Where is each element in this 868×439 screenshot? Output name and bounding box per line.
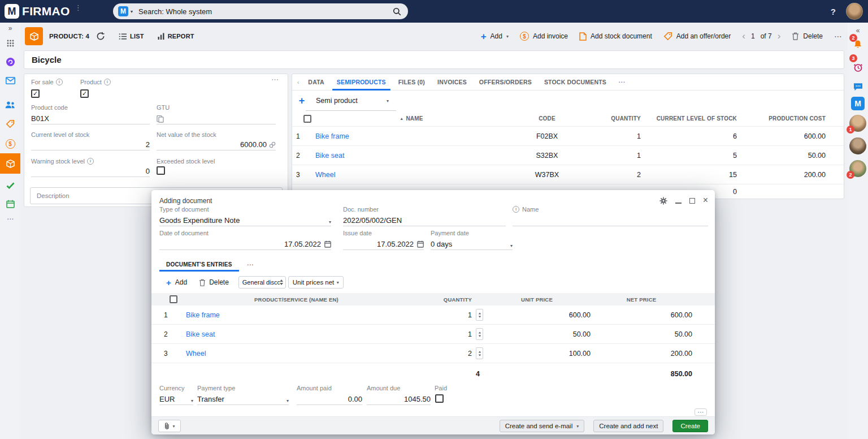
name-field[interactable] bbox=[513, 214, 708, 226]
calendar-picker-icon[interactable] bbox=[417, 240, 424, 248]
header-cost[interactable]: PRODUCTION COST bbox=[745, 115, 844, 122]
payment-type-select[interactable]: Transfer ▾ bbox=[197, 393, 289, 405]
search-icon[interactable] bbox=[393, 7, 401, 16]
calendar-icon[interactable] bbox=[0, 195, 20, 213]
coworker-avatar-3[interactable]: 2 bbox=[849, 160, 866, 177]
copy-icon[interactable] bbox=[157, 115, 164, 123]
for-sale-checkbox[interactable]: ✓ bbox=[31, 89, 40, 98]
amount-paid-field[interactable]: 0.00 bbox=[297, 393, 362, 405]
product-checkbox[interactable]: ✓ bbox=[80, 89, 89, 98]
net-value-field[interactable]: 6000.00 bbox=[157, 139, 276, 150]
dialog-settings-gear-icon[interactable] bbox=[659, 197, 667, 205]
offers-icon[interactable] bbox=[0, 114, 20, 133]
alarm-clock-icon[interactable]: 3 bbox=[848, 60, 868, 75]
coworker-avatar-1[interactable]: 1 bbox=[849, 115, 866, 132]
header-stock[interactable]: CURRENT LEVEL OF STOCK bbox=[649, 115, 745, 122]
attachment-button[interactable]: ▾ bbox=[158, 420, 181, 432]
calendar-picker-icon[interactable] bbox=[324, 240, 331, 248]
entry-add-button[interactable]: + Add bbox=[166, 278, 187, 287]
gtu-field[interactable] bbox=[157, 113, 276, 124]
header-code[interactable]: CODE bbox=[510, 115, 584, 122]
product-link[interactable]: Bike frame bbox=[176, 311, 415, 319]
current-stock-field[interactable]: 2 bbox=[31, 139, 150, 150]
general-discount-input[interactable]: General discour bbox=[238, 276, 286, 289]
list-view-button[interactable]: LIST bbox=[119, 33, 144, 40]
add-offer-order-button[interactable]: Add an offer/order bbox=[663, 32, 731, 41]
firmao-app-icon[interactable]: M bbox=[848, 97, 868, 110]
quantity-stepper[interactable] bbox=[476, 309, 483, 321]
tab-data[interactable]: DATA bbox=[302, 74, 330, 91]
create-and-send-email-button[interactable]: Create and send e-mail ▾ bbox=[500, 420, 585, 432]
product-link[interactable]: Wheel bbox=[176, 350, 415, 358]
header-unit-price[interactable]: UNIT PRICE bbox=[483, 296, 591, 303]
report-button[interactable]: REPORT bbox=[158, 33, 194, 40]
tab-files[interactable]: FILES (0) bbox=[392, 74, 431, 91]
warning-stock-field[interactable]: 0 bbox=[31, 165, 150, 177]
toolbar-more-icon[interactable]: ⋯ bbox=[834, 32, 842, 41]
left-rail-collapse-icon[interactable]: » bbox=[0, 23, 20, 34]
amount-due-field[interactable]: 1045.50 bbox=[367, 393, 431, 405]
tab-invoices[interactable]: INVOICES bbox=[431, 74, 473, 91]
price-mode-select[interactable]: Unit prices net ▾ bbox=[288, 276, 344, 289]
paid-checkbox[interactable] bbox=[435, 394, 444, 403]
firmao-logo-icon[interactable]: M bbox=[5, 4, 19, 19]
search-scope-caret-icon[interactable]: ▾ bbox=[131, 9, 133, 14]
contacts-icon[interactable] bbox=[0, 96, 20, 114]
mail-icon[interactable] bbox=[0, 71, 20, 90]
product-link[interactable]: Bike seat bbox=[176, 330, 415, 338]
table-row[interactable]: 3 Wheel W37BX 2 15 200.00 bbox=[292, 165, 844, 184]
table-row[interactable]: 2 Bike seat S32BX 1 5 50.00 bbox=[292, 146, 844, 165]
header-name[interactable]: ▲NAME bbox=[313, 115, 510, 122]
details-more-icon[interactable]: ⋯ bbox=[271, 75, 279, 84]
modal-tabs-more-icon[interactable]: ⋯ bbox=[247, 261, 254, 269]
notifications-bell-icon[interactable]: 2 bbox=[848, 37, 868, 51]
header-net-price[interactable]: NET PRICE bbox=[591, 296, 692, 303]
apps-grid-icon[interactable] bbox=[0, 34, 20, 53]
coworker-avatar-2[interactable] bbox=[849, 137, 866, 154]
quantity-stepper[interactable] bbox=[476, 347, 483, 359]
delete-button[interactable]: Delete bbox=[792, 32, 823, 40]
semiproduct-link[interactable]: Wheel bbox=[313, 171, 510, 179]
doc-number-field[interactable]: 2022/05/002/GEN bbox=[343, 214, 506, 226]
tab-documents-entries[interactable]: DOCUMENT'S ENTRIES bbox=[159, 258, 239, 272]
add-button[interactable]: + Add ▾ bbox=[481, 32, 509, 41]
date-of-document-field[interactable]: 17.05.2022 bbox=[159, 238, 331, 250]
invoices-icon[interactable]: $ bbox=[0, 135, 20, 153]
prev-page-icon[interactable]: ‹ bbox=[742, 31, 745, 41]
products-icon[interactable] bbox=[0, 153, 20, 174]
global-search-input[interactable]: M ▾ Search: Whole system bbox=[113, 3, 408, 19]
entry-delete-button[interactable]: Delete bbox=[199, 278, 229, 286]
semiproduct-link[interactable]: Bike frame bbox=[313, 132, 510, 140]
add-stock-document-button[interactable]: Add stock document bbox=[579, 32, 652, 41]
type-of-document-select[interactable]: Goods Expenditure Note ▾ bbox=[159, 214, 331, 226]
tab-semiproducts[interactable]: SEMIPRODUCTS bbox=[331, 74, 392, 91]
help-button[interactable]: ? bbox=[831, 7, 836, 16]
tab-offers-orders[interactable]: OFFERS/ORDERS bbox=[473, 74, 538, 91]
exceeded-stock-checkbox[interactable] bbox=[157, 166, 165, 175]
add-semiproduct-plus-icon[interactable]: + bbox=[298, 96, 306, 106]
unit-price-value[interactable]: 600.00 bbox=[483, 311, 591, 319]
quantity-value[interactable]: 2 bbox=[415, 350, 472, 358]
semiproduct-dropdown[interactable]: Semi product ▾ bbox=[306, 91, 396, 111]
dialog-maximize-icon[interactable] bbox=[689, 198, 695, 204]
product-module-icon[interactable] bbox=[25, 27, 43, 45]
search-scope-icon[interactable]: M bbox=[118, 6, 128, 16]
semiproduct-link[interactable]: Bike seat bbox=[313, 152, 510, 160]
chat-icon[interactable] bbox=[848, 80, 868, 93]
panel-collapse-icon[interactable]: ‹ bbox=[294, 79, 302, 85]
left-rail-more-icon[interactable]: ⋯ bbox=[0, 213, 20, 225]
entry-row[interactable]: 1 Bike frame 1 600.00 600.00 bbox=[151, 305, 715, 325]
tabs-more-icon[interactable]: ⋯ bbox=[618, 78, 625, 86]
user-avatar[interactable] bbox=[846, 3, 863, 20]
quantity-value[interactable]: 1 bbox=[415, 311, 472, 319]
product-code-field[interactable]: B01X bbox=[31, 113, 150, 124]
page-current[interactable]: 1 bbox=[751, 32, 755, 40]
header-product-service[interactable]: PRODUCT/SERVICE (NAME EN) bbox=[177, 296, 415, 303]
unit-price-value[interactable]: 50.00 bbox=[483, 330, 591, 338]
spinner-icon[interactable] bbox=[280, 279, 283, 285]
create-button[interactable]: Create bbox=[672, 420, 708, 432]
add-invoice-button[interactable]: $ Add invoice bbox=[520, 32, 568, 41]
tab-stock-documents[interactable]: STOCK DOCUMENTS bbox=[538, 74, 613, 91]
create-and-add-next-button[interactable]: Create and add next bbox=[593, 420, 663, 432]
workspace-icon[interactable] bbox=[0, 53, 20, 71]
